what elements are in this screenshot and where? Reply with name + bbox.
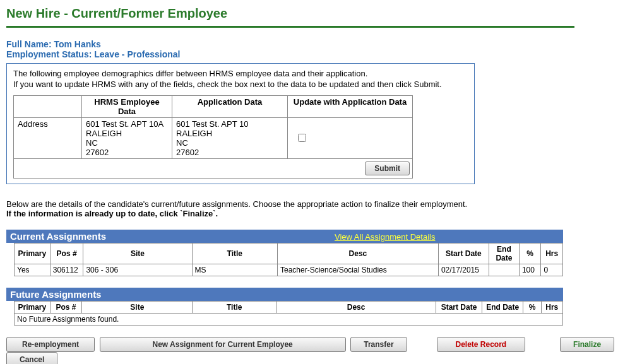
full-name-value: Tom Hanks [54,39,100,49]
compare-line1: The following employee demographics diff… [13,69,367,78]
hrms-address-cell: 601 Test St. APT 10A RALEIGH NC 27602 [82,117,172,158]
compare-panel: The following employee demographics diff… [6,63,475,184]
compare-col-hrms: HRMS Employee Data [82,95,172,117]
fut-th-pct: % [523,301,541,313]
app-line4: 27602 [176,148,199,157]
transfer-button[interactable]: Transfer [350,337,407,352]
future-empty-msg: No Future Assignments found. [15,313,563,325]
finalize-button[interactable]: Finalize [560,337,614,352]
future-assignments-title: Future Assignments [10,289,101,300]
compare-col-app: Application Data [172,95,288,117]
cur-title: MS [192,264,277,276]
update-address-checkbox[interactable] [298,134,306,142]
compare-col-update: Update with Application Data [288,95,413,117]
fut-th-title: Title [193,301,276,313]
cur-th-title: Title [192,243,277,264]
status-label: Employment Status: [6,49,92,59]
fut-th-desc: Desc [276,301,436,313]
page-title: New Hire - Current/Former Employee [6,6,636,21]
status-value: Leave - Professional [94,49,180,59]
current-assignments-table: Primary Pos # Site Title Desc Start Date… [14,243,563,276]
identity-block: Full Name: Tom Hanks Employment Status: … [6,39,636,59]
note-line2: If the information is already up to date… [6,209,218,218]
hrms-line1: 601 Test St. APT 10A [86,119,163,129]
app-line2: RALEIGH [176,129,212,138]
compare-col-field [14,95,82,117]
future-assignments-bar: Future Assignments [6,288,563,301]
view-all-assignments-link[interactable]: View All Assignment Details [335,232,435,242]
cur-site: 306 - 306 [83,264,192,276]
app-line1: 601 Test St. APT 10 [176,119,248,129]
page-rule [6,26,574,28]
table-row: Yes 306112 306 - 306 MS Teacher-Science/… [15,264,563,276]
cur-start: 02/17/2015 [438,264,489,276]
cur-th-pos: Pos # [50,243,83,264]
note-line1: Below are the details of the candidate's… [6,199,467,209]
hrms-line3: NC [86,138,98,148]
fut-th-start: Start Date [436,301,482,313]
hrms-line2: RALEIGH [86,129,122,138]
cur-primary: Yes [15,264,51,276]
cur-th-pct: % [519,243,541,264]
action-note: Below are the details of the candidate's… [6,199,636,218]
full-name-label: Full Name: [6,39,52,49]
cur-th-desc: Desc [277,243,438,264]
compare-table: HRMS Employee Data Application Data Upda… [13,95,413,179]
submit-button[interactable]: Submit [365,161,410,175]
current-assignments-title: Current Assignments [10,231,106,242]
cur-th-site: Site [83,243,192,264]
future-assignments-table: Primary Pos # Site Title Desc Start Date… [14,301,563,326]
cur-th-end: End Date [489,243,519,264]
new-assignment-button[interactable]: New Assignment for Current Employee [100,337,346,352]
app-address-cell: 601 Test St. APT 10 RALEIGH NC 27602 [172,117,288,158]
compare-row-label: Address [14,117,82,158]
compare-line2: If you want to update HRMS with any of t… [13,79,442,89]
fut-th-site: Site [82,301,193,313]
cur-pos: 306112 [50,264,83,276]
table-row: No Future Assignments found. [15,313,563,325]
cur-end [489,264,519,276]
app-line3: NC [176,138,188,148]
current-assignments-bar: Current Assignments View All Assignment … [6,230,563,243]
fut-th-hrs: Hrs [541,301,562,313]
cancel-button[interactable]: Cancel [6,352,57,364]
cur-th-start: Start Date [438,243,489,264]
compare-instructions: The following employee demographics diff… [13,69,468,90]
cur-hrs: 0 [541,264,563,276]
delete-record-button[interactable]: Delete Record [437,337,525,352]
hrms-line4: 27602 [86,148,109,157]
cur-pct: 100 [519,264,541,276]
fut-th-primary: Primary [15,301,51,313]
reemployment-button[interactable]: Re-employment [6,337,95,352]
fut-th-end: End Date [482,301,523,313]
cur-th-primary: Primary [15,243,51,264]
action-buttons: Re-employment New Assignment for Current… [6,337,636,364]
fut-th-pos: Pos # [50,301,82,313]
cur-th-hrs: Hrs [541,243,563,264]
cur-desc: Teacher-Science/Social Studies [277,264,438,276]
